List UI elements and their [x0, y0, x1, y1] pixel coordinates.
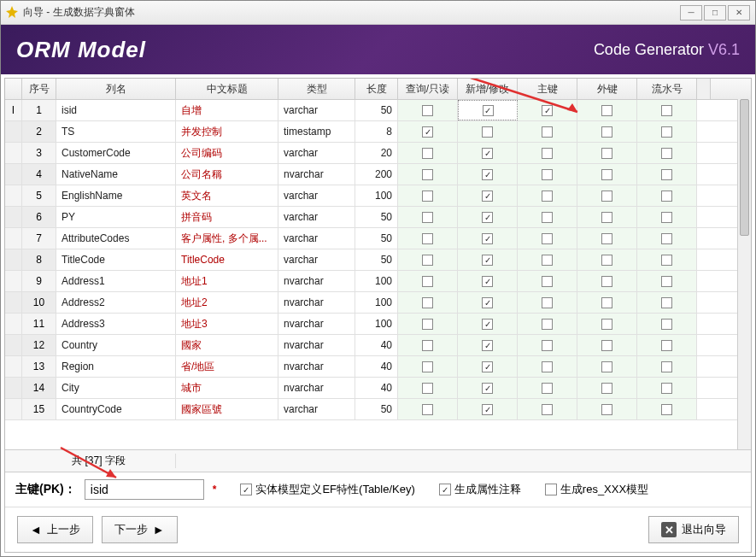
col-name[interactable]: 列名 [56, 79, 176, 99]
grid-checkbox-cell[interactable] [637, 399, 697, 419]
col-len[interactable]: 长度 [355, 79, 398, 99]
grid-checkbox-cell[interactable] [518, 185, 577, 206]
grid-checkbox-cell[interactable] [577, 249, 637, 270]
grid-checkbox-cell[interactable] [577, 121, 637, 142]
table-row[interactable]: 15CountryCode國家區號varchar50 [5, 399, 751, 420]
table-row[interactable]: 4NativeName公司名稱nvarchar200 [5, 164, 751, 185]
grid-checkbox-cell[interactable] [637, 164, 697, 185]
grid-checkbox-cell[interactable] [518, 207, 577, 227]
grid-checkbox-cell[interactable] [518, 121, 577, 142]
grid-checkbox-cell[interactable] [637, 292, 697, 313]
maximize-button[interactable]: □ [704, 5, 726, 21]
grid-checkbox-cell[interactable] [458, 100, 518, 120]
minimize-button[interactable]: ─ [680, 5, 702, 21]
grid-checkbox-cell[interactable] [518, 356, 577, 377]
grid-checkbox-cell[interactable] [398, 143, 458, 163]
grid-checkbox-cell[interactable] [637, 185, 697, 206]
grid-checkbox-cell[interactable] [398, 292, 458, 313]
grid-checkbox-cell[interactable] [518, 314, 577, 334]
grid-checkbox-cell[interactable] [458, 228, 518, 249]
close-button[interactable]: ✕ [728, 5, 750, 21]
grid-checkbox-cell[interactable] [398, 100, 458, 120]
col-cn-title[interactable]: 中文标题 [176, 79, 278, 99]
scrollbar-thumb[interactable] [740, 99, 749, 236]
grid-checkbox-cell[interactable] [458, 335, 518, 355]
grid-checkbox-cell[interactable] [398, 185, 458, 206]
opt-resxxx[interactable]: 生成res_XXX模型 [545, 482, 648, 497]
col-edit[interactable]: 新增/修改 [458, 79, 518, 99]
next-button[interactable]: 下一步 ► [102, 516, 178, 543]
grid-checkbox-cell[interactable] [458, 399, 518, 419]
grid-checkbox-cell[interactable] [398, 207, 458, 227]
grid-checkbox-cell[interactable] [458, 292, 518, 313]
grid-checkbox-cell[interactable] [637, 121, 697, 142]
grid-checkbox-cell[interactable] [577, 143, 637, 163]
grid-checkbox-cell[interactable] [518, 378, 577, 398]
grid-checkbox-cell[interactable] [577, 335, 637, 355]
grid-checkbox-cell[interactable] [577, 314, 637, 334]
prev-button[interactable]: ◄ 上一步 [17, 516, 93, 543]
grid-checkbox-cell[interactable] [518, 143, 577, 163]
grid-checkbox-cell[interactable] [577, 228, 637, 249]
grid-checkbox-cell[interactable] [577, 356, 637, 377]
grid-checkbox-cell[interactable] [518, 164, 577, 185]
col-qro[interactable]: 查询/只读 [398, 79, 458, 99]
grid-checkbox-cell[interactable] [518, 271, 577, 291]
grid-checkbox-cell[interactable] [577, 292, 637, 313]
grid-checkbox-cell[interactable] [637, 335, 697, 355]
table-row[interactable]: 3CustomerCode公司编码varchar20 [5, 143, 751, 164]
grid-checkbox-cell[interactable] [577, 100, 637, 120]
col-seq[interactable]: 序号 [22, 79, 56, 99]
table-row[interactable]: I1isid自增varchar50 [5, 100, 751, 121]
table-row[interactable]: 12Country國家nvarchar40 [5, 335, 751, 356]
table-row[interactable]: 7AttributeCodes客户属性, 多个属...varchar50 [5, 228, 751, 249]
grid-checkbox-cell[interactable] [577, 271, 637, 291]
grid-checkbox-cell[interactable] [518, 100, 577, 120]
grid-checkbox-cell[interactable] [518, 228, 577, 249]
grid-checkbox-cell[interactable] [518, 335, 577, 355]
grid-checkbox-cell[interactable] [458, 271, 518, 291]
grid-checkbox-cell[interactable] [398, 249, 458, 270]
table-row[interactable]: 10Address2地址2nvarchar100 [5, 292, 751, 314]
grid-checkbox-cell[interactable] [398, 121, 458, 142]
grid-checkbox-cell[interactable] [637, 143, 697, 163]
grid-checkbox-cell[interactable] [398, 228, 458, 249]
grid-checkbox-cell[interactable] [577, 399, 637, 419]
grid-checkbox-cell[interactable] [458, 207, 518, 227]
col-pk[interactable]: 主键 [518, 79, 577, 99]
opt-ef[interactable]: 实体模型定义EF特性(Table/Key) [240, 482, 414, 497]
opt-comment[interactable]: 生成属性注释 [439, 482, 521, 497]
grid-checkbox-cell[interactable] [518, 292, 577, 313]
grid-checkbox-cell[interactable] [577, 185, 637, 206]
grid-checkbox-cell[interactable] [458, 185, 518, 206]
grid-checkbox-cell[interactable] [458, 164, 518, 185]
grid-checkbox-cell[interactable] [398, 378, 458, 398]
col-marker[interactable] [5, 79, 22, 99]
table-row[interactable]: 5EnglishName英文名varchar100 [5, 185, 751, 207]
pk-input[interactable] [85, 479, 204, 500]
grid-checkbox-cell[interactable] [637, 249, 697, 270]
table-row[interactable]: 13Region省/地區nvarchar40 [5, 356, 751, 378]
grid-checkbox-cell[interactable] [398, 164, 458, 185]
table-row[interactable]: 8TitleCodeTitleCodevarchar50 [5, 249, 751, 271]
col-serial[interactable]: 流水号 [637, 79, 697, 99]
grid-checkbox-cell[interactable] [458, 356, 518, 377]
table-row[interactable]: 6PY拼音码varchar50 [5, 207, 751, 228]
grid-checkbox-cell[interactable] [637, 314, 697, 334]
exit-button[interactable]: ✕ 退出向导 [648, 516, 739, 543]
grid-checkbox-cell[interactable] [518, 249, 577, 270]
grid-checkbox-cell[interactable] [458, 378, 518, 398]
grid-checkbox-cell[interactable] [637, 271, 697, 291]
table-row[interactable]: 9Address1地址1nvarchar100 [5, 271, 751, 292]
grid-checkbox-cell[interactable] [637, 207, 697, 227]
grid-checkbox-cell[interactable] [518, 399, 577, 419]
grid-checkbox-cell[interactable] [458, 314, 518, 334]
grid-checkbox-cell[interactable] [637, 356, 697, 377]
grid-checkbox-cell[interactable] [637, 228, 697, 249]
grid-checkbox-cell[interactable] [398, 399, 458, 419]
col-type[interactable]: 类型 [278, 79, 355, 99]
vertical-scrollbar[interactable] [737, 99, 751, 449]
grid-checkbox-cell[interactable] [458, 121, 518, 142]
grid-checkbox-cell[interactable] [577, 207, 637, 227]
grid-checkbox-cell[interactable] [398, 271, 458, 291]
